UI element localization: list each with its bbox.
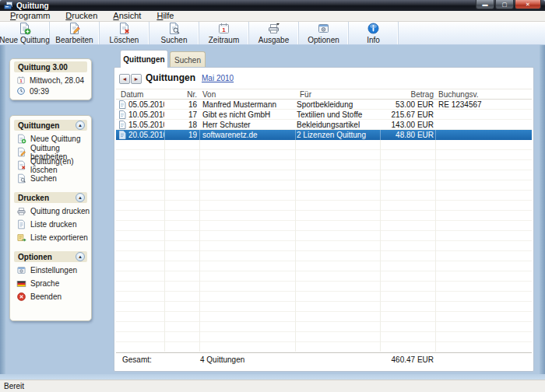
export-icon bbox=[16, 233, 26, 243]
delete-receipt-icon bbox=[118, 23, 131, 35]
toolbar-options-button[interactable]: Optionen bbox=[299, 22, 349, 44]
table-footer: Gesamt: 4 Quittungen 460.47 EUR bbox=[116, 355, 532, 366]
table-row[interactable]: 10.05.2010 17 Gibt es nicht GmbH Textili… bbox=[116, 110, 532, 120]
status-bar: Bereit bbox=[0, 380, 545, 392]
sidebar-item-liste-drucken[interactable]: Liste drucken bbox=[10, 218, 91, 231]
clock-icon bbox=[16, 86, 26, 96]
collapse-button[interactable]: ▲ bbox=[76, 193, 85, 202]
workspace: Quittung 3.00 1 Mittwoch, 28.04 bbox=[0, 45, 545, 380]
toolbar-button-label: Ausgabe bbox=[258, 36, 289, 44]
menu-programm[interactable]: Programm bbox=[2, 11, 58, 21]
toolbar-output-button[interactable]: Ausgabe bbox=[249, 22, 299, 44]
search-receipt-icon bbox=[16, 173, 26, 184]
current-date: Mittwoch, 28.04 bbox=[30, 76, 84, 85]
table-row[interactable]: 05.05.2010 16 Manfred Mustermann Sportbe… bbox=[116, 100, 532, 110]
time-row: 09:39 bbox=[10, 85, 91, 96]
empty-list-area bbox=[116, 140, 532, 352]
window-frame-bottom bbox=[0, 374, 545, 380]
menu-bar: Programm Drucken Ansicht Hilfe bbox=[0, 11, 545, 22]
window-frame-right bbox=[540, 45, 545, 380]
toolbar-delete-button[interactable]: Löschen bbox=[100, 22, 149, 44]
edit-receipt-icon bbox=[68, 23, 81, 35]
section-header-optionen: Optionen ▲ bbox=[14, 251, 87, 262]
calendar-icon: 1 bbox=[217, 23, 230, 35]
sidebar-item-quittungen-loeschen[interactable]: Quittung(en) löschen bbox=[10, 159, 91, 172]
window-frame-left bbox=[0, 45, 5, 380]
tab-suchen[interactable]: Suchen bbox=[170, 51, 206, 68]
quit-icon bbox=[16, 292, 26, 302]
toolbar-button-label: Optionen bbox=[308, 36, 339, 44]
sidebar-item-quittung-drucken[interactable]: Quittung drucken bbox=[10, 205, 91, 218]
status-text: Bereit bbox=[4, 382, 24, 390]
toolbar-edit-button[interactable]: Bearbeiten bbox=[50, 22, 100, 44]
toolbar: Neue Quittung Bearbeiten bbox=[0, 22, 545, 45]
receipt-doc-icon bbox=[118, 110, 126, 119]
toolbar-button-label: Neue Quittung bbox=[0, 36, 50, 44]
toolbar-search-button[interactable]: Suchen bbox=[149, 22, 199, 44]
search-receipt-icon bbox=[167, 23, 181, 35]
settings-window-icon bbox=[16, 265, 26, 275]
menu-drucken[interactable]: Drucken bbox=[58, 11, 105, 21]
section-header-quittungen: Quittungen ▲ bbox=[14, 120, 87, 131]
column-header-datum[interactable]: Datum bbox=[121, 89, 143, 100]
printer-icon bbox=[16, 206, 26, 216]
next-period-button[interactable]: ► bbox=[131, 74, 142, 84]
previous-period-button[interactable]: ◄ bbox=[119, 74, 130, 84]
settings-window-icon bbox=[317, 23, 330, 35]
sidebar-item-liste-exportieren[interactable]: Liste exportieren bbox=[10, 231, 91, 244]
toolbar-button-label: Bearbeiten bbox=[55, 36, 93, 44]
table-row-selected[interactable]: 20.05.2010 19 softwarenetz.de 2 Lizenzen… bbox=[116, 130, 532, 140]
toolbar-button-label: Suchen bbox=[161, 36, 188, 44]
list-title: Quittungen bbox=[146, 72, 195, 83]
sidebar-item-suchen[interactable]: Suchen bbox=[10, 172, 91, 185]
app-icon bbox=[4, 2, 13, 10]
app-version-label: Quittung 3.00 bbox=[18, 63, 68, 72]
sidebar-item-sprache[interactable]: Sprache bbox=[10, 277, 91, 290]
total-amount: 460.47 EUR bbox=[378, 355, 434, 365]
current-time: 09:39 bbox=[30, 87, 49, 96]
toolbar-new-receipt-button[interactable]: Neue Quittung bbox=[0, 22, 50, 44]
sidebar-item-beenden[interactable]: Beenden bbox=[10, 290, 91, 303]
new-receipt-icon bbox=[16, 134, 26, 144]
column-header-von[interactable]: Von bbox=[202, 89, 216, 100]
column-header-buchungsv[interactable]: Buchungsv. bbox=[438, 89, 479, 100]
receipt-count: 4 Quittungen bbox=[200, 355, 244, 365]
collapse-button[interactable]: ▲ bbox=[76, 252, 85, 261]
toolbar-button-label: Löschen bbox=[110, 36, 139, 44]
sidebar-nav-card: Quittungen ▲ Neue Quittung bbox=[9, 115, 92, 321]
toolbar-info-button[interactable]: Info bbox=[349, 22, 399, 44]
window-controls: ▬ ▢ ✕ bbox=[476, 0, 541, 9]
close-button[interactable]: ✕ bbox=[515, 0, 541, 9]
date-row: 1 Mittwoch, 28.04 bbox=[10, 74, 91, 85]
sidebar-item-einstellungen[interactable]: Einstellungen bbox=[10, 264, 91, 277]
maximize-button[interactable]: ▢ bbox=[495, 0, 514, 9]
column-header-fuer[interactable]: Für bbox=[300, 89, 311, 100]
toolbar-period-button[interactable]: 1 Zeitraum bbox=[199, 22, 249, 44]
german-flag-icon bbox=[16, 278, 26, 289]
receipt-doc-icon bbox=[118, 100, 126, 109]
document-list-icon bbox=[16, 219, 26, 229]
table-row[interactable]: 15.05.2010 18 Herr Schuster Bekleidungsa… bbox=[116, 120, 532, 130]
sidebar-info-card: Quittung 3.00 1 Mittwoch, 28.04 bbox=[9, 58, 92, 100]
table-header: Datum Nr. Von Für Betrag Buchungsv. bbox=[116, 89, 532, 100]
window-title: Quittung bbox=[16, 2, 49, 10]
toolbar-button-label: Info bbox=[367, 36, 380, 44]
tab-quittungen[interactable]: Quittungen bbox=[120, 50, 168, 68]
title-bar: Quittung ▬ ▢ ✕ bbox=[0, 0, 545, 11]
new-receipt-icon bbox=[18, 23, 31, 35]
footer-divider bbox=[116, 352, 532, 353]
edit-receipt-icon bbox=[16, 147, 26, 157]
collapse-button[interactable]: ▲ bbox=[76, 121, 85, 130]
column-header-nr[interactable]: Nr. bbox=[163, 89, 197, 100]
toolbar-button-label: Zeitraum bbox=[209, 36, 239, 44]
receipt-list-panel: ◄ ► Quittungen Mai 2010 Datum Nr. Von Fü… bbox=[114, 67, 534, 372]
column-header-betrag[interactable]: Betrag bbox=[378, 89, 434, 100]
svg-text:1: 1 bbox=[19, 79, 22, 83]
period-link[interactable]: Mai 2010 bbox=[202, 74, 234, 82]
receipt-doc-icon bbox=[118, 121, 126, 129]
delete-receipt-icon bbox=[16, 160, 26, 170]
app-window: Quittung ▬ ▢ ✕ Programm Drucken Ansicht … bbox=[0, 0, 545, 392]
menu-ansicht[interactable]: Ansicht bbox=[105, 11, 149, 21]
minimize-button[interactable]: ▬ bbox=[476, 0, 494, 9]
menu-hilfe[interactable]: Hilfe bbox=[149, 11, 181, 21]
